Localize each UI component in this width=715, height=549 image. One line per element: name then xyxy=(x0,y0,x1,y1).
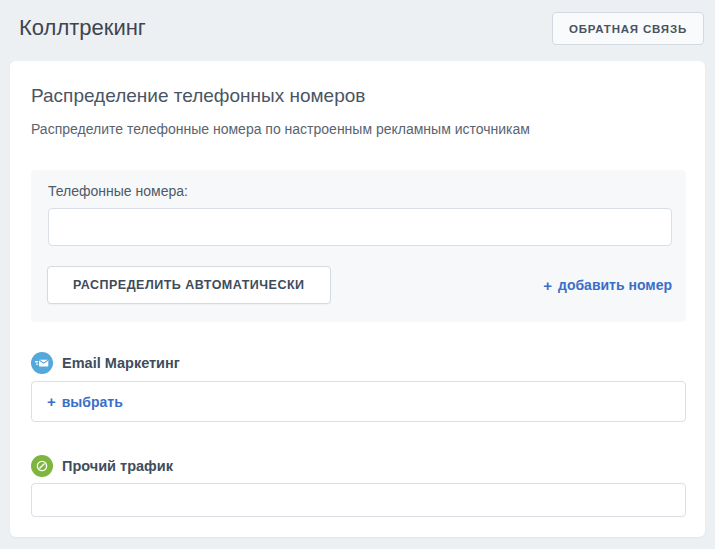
distribute-automatically-button[interactable]: РАСПРЕДЕЛИТЬ АВТОМАТИЧЕСКИ xyxy=(47,266,331,304)
phone-numbers-input[interactable] xyxy=(48,208,672,246)
plus-icon: + xyxy=(543,277,552,294)
panel-actions: РАСПРЕДЕЛИТЬ АВТОМАТИЧЕСКИ + добавить но… xyxy=(47,266,672,304)
card-heading: Распределение телефонных номеров xyxy=(31,85,365,107)
source-row-email: Email Маркетинг xyxy=(31,352,180,374)
card-subtitle: Распределите телефонные номера по настро… xyxy=(31,121,530,137)
add-number-link[interactable]: + добавить номер xyxy=(543,277,672,294)
phone-numbers-panel: Телефонные номера: РАСПРЕДЕЛИТЬ АВТОМАТИ… xyxy=(31,170,686,322)
other-traffic-input[interactable] xyxy=(31,483,686,517)
email-source-select[interactable]: + выбрать xyxy=(31,381,686,422)
distribution-card: Распределение телефонных номеров Распред… xyxy=(10,61,705,537)
source-name-email: Email Маркетинг xyxy=(62,355,180,371)
select-label: выбрать xyxy=(62,394,123,410)
select-link[interactable]: + выбрать xyxy=(47,393,123,410)
plus-icon: + xyxy=(47,393,56,410)
page-title: Коллтрекинг xyxy=(19,15,146,41)
email-send-icon xyxy=(31,352,53,374)
source-row-other-traffic: Прочий трафик xyxy=(31,455,173,477)
add-number-label: добавить номер xyxy=(558,277,672,293)
feedback-button[interactable]: ОБРАТНАЯ СВЯЗЬ xyxy=(552,12,704,45)
compass-icon xyxy=(31,455,53,477)
source-name-other-traffic: Прочий трафик xyxy=(62,458,173,474)
phone-numbers-label: Телефонные номера: xyxy=(48,183,188,199)
